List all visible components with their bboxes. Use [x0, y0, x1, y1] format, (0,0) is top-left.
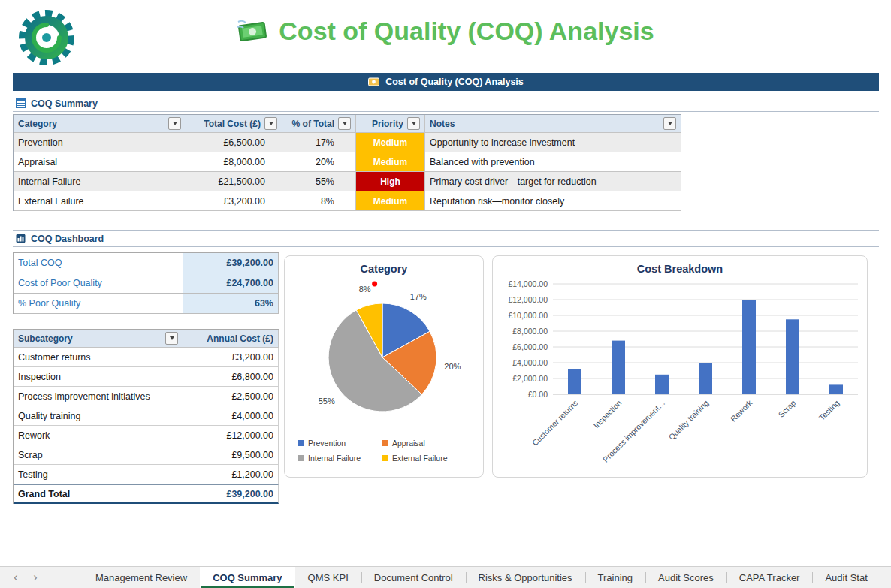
bar [699, 363, 712, 394]
summary-section-header: COQ Summary [13, 95, 879, 112]
pie-chart-card[interactable]: Category 17%20%55%8% PreventionAppraisal… [284, 255, 484, 478]
pie-label-marker-icon [372, 282, 377, 287]
annual-cost-cell[interactable]: £9,500.00 [183, 445, 279, 465]
category-cell[interactable]: Appraisal [14, 152, 186, 172]
category-cell[interactable]: External Failure [14, 191, 186, 211]
notes-cell[interactable]: Reputation risk—monitor closely [425, 191, 681, 211]
legend-label: Internal Failure [308, 454, 361, 463]
bar [655, 375, 669, 394]
metric-label[interactable]: Total COQ [14, 253, 183, 273]
column-header-annual-cost[interactable]: Annual Cost (£) [183, 330, 279, 348]
legend-label: Prevention [308, 439, 346, 448]
filter-dropdown-icon[interactable] [168, 117, 181, 130]
column-label: Category [18, 119, 57, 129]
content-bottom-rule [13, 526, 879, 526]
pie-data-label: 17% [410, 292, 427, 301]
y-axis-tick-label: £4,000.00 [512, 358, 548, 367]
filter-dropdown-icon[interactable] [338, 117, 351, 130]
total-cost-cell[interactable]: £21,500.00 [186, 172, 282, 191]
grand-total-label[interactable]: Grand Total [14, 484, 183, 504]
tab-qms-kpi[interactable]: QMS KPI [295, 567, 361, 588]
legend-item: Prevention [298, 439, 382, 448]
banner-title-text: Cost of Quality (COQ) Analysis [385, 77, 524, 87]
pct-of-total-cell[interactable]: 55% [282, 172, 356, 191]
metric-value[interactable]: 63% [183, 294, 279, 314]
total-cost-cell[interactable]: £8,000.00 [186, 152, 282, 172]
tab-risks-opportunities[interactable]: Risks & Opportunities [466, 567, 585, 588]
priority-badge[interactable]: Medium [356, 133, 425, 152]
money-icon [237, 19, 268, 44]
category-cell[interactable]: Internal Failure [14, 172, 186, 191]
bar-chart-title: Cost Breakdown [493, 263, 867, 275]
tab-capa-tracker[interactable]: CAPA Tracker [726, 567, 813, 588]
subcategory-cell[interactable]: Testing [14, 465, 183, 484]
filter-dropdown-icon[interactable] [407, 117, 420, 130]
filter-dropdown-icon[interactable] [663, 117, 676, 130]
sheet-tab-bar: ‹ › Management Review COQ Summary QMS KP… [0, 566, 891, 588]
metric-value[interactable]: £24,700.00 [183, 273, 279, 294]
legend-label: External Failure [392, 454, 448, 463]
bar [568, 369, 581, 394]
column-label: % of Total [292, 119, 334, 129]
tab-audit-scores[interactable]: Audit Scores [645, 567, 726, 588]
sheet-nav-right-icon[interactable]: › [26, 567, 45, 588]
metric-value[interactable]: £39,200.00 [183, 253, 279, 273]
subcategory-cell[interactable]: Scrap [14, 445, 183, 465]
tab-document-control[interactable]: Document Control [361, 567, 466, 588]
total-cost-cell[interactable]: £6,500.00 [186, 133, 282, 152]
x-axis-category-label: Scrap [777, 398, 798, 419]
subcategory-cell[interactable]: Inspection [14, 367, 183, 387]
tab-management-review[interactable]: Management Review [83, 567, 200, 588]
page-title: Cost of Quality (COQ) Analysis [0, 17, 891, 46]
column-header-notes[interactable]: Notes [425, 115, 681, 133]
total-cost-cell[interactable]: £3,200.00 [186, 191, 282, 211]
category-cell[interactable]: Prevention [14, 133, 186, 152]
annual-cost-cell[interactable]: £12,000.00 [183, 426, 279, 445]
tab-audit-status[interactable]: Audit Stat [812, 567, 880, 588]
column-header-pct-of-total[interactable]: % of Total [282, 115, 356, 133]
subcategory-cell[interactable]: Process improvement initiatives [14, 387, 183, 406]
notes-cell[interactable]: Balanced with prevention [425, 152, 681, 172]
sheet-nav-left-icon[interactable]: ‹ [6, 567, 26, 588]
pct-of-total-cell[interactable]: 8% [282, 191, 356, 211]
bar [742, 300, 756, 394]
bar [612, 341, 625, 394]
annual-cost-cell[interactable]: £6,800.00 [183, 367, 279, 387]
annual-cost-cell[interactable]: £1,200.00 [183, 465, 279, 484]
priority-badge[interactable]: Medium [356, 191, 425, 211]
priority-badge[interactable]: Medium [356, 152, 425, 172]
notes-cell[interactable]: Opportunity to increase investment [425, 133, 681, 152]
metric-label[interactable]: Cost of Poor Quality [14, 273, 183, 294]
summary-section-title: COQ Summary [31, 98, 98, 109]
filter-dropdown-icon[interactable] [264, 117, 277, 130]
column-label: Notes [430, 119, 455, 129]
pct-of-total-cell[interactable]: 20% [282, 152, 356, 172]
metric-label[interactable]: % Poor Quality [14, 294, 183, 314]
grand-total-value[interactable]: £39,200.00 [183, 484, 279, 504]
x-axis-category-label: Inspection [591, 398, 623, 430]
subcategory-cell[interactable]: Customer returns [14, 348, 183, 367]
subcategory-cell[interactable]: Rework [14, 426, 183, 445]
annual-cost-cell[interactable]: £4,000.00 [183, 406, 279, 426]
column-header-priority[interactable]: Priority [356, 115, 425, 133]
annual-cost-cell[interactable]: £2,500.00 [183, 387, 279, 406]
bar-chart-card[interactable]: Cost Breakdown £0.00£2,000.00£4,000.00£6… [492, 255, 868, 478]
tab-coq-summary[interactable]: COQ Summary [200, 567, 294, 588]
x-axis-category-label: Rework [729, 397, 754, 423]
annual-cost-cell[interactable]: £3,200.00 [183, 348, 279, 367]
priority-badge[interactable]: High [356, 172, 425, 191]
notes-cell[interactable]: Primary cost driver—target for reduction [425, 172, 681, 191]
column-header-total-cost[interactable]: Total Cost (£) [186, 115, 282, 133]
coq-summary-table: Category Total Cost (£) % of Total Prior… [13, 114, 681, 211]
column-header-subcategory[interactable]: Subcategory [14, 330, 183, 348]
pct-of-total-cell[interactable]: 17% [282, 133, 356, 152]
legend-label: Appraisal [392, 439, 425, 448]
tab-training[interactable]: Training [585, 567, 645, 588]
bar [829, 384, 843, 394]
subcategory-cell[interactable]: Quality training [14, 406, 183, 426]
filter-dropdown-icon[interactable] [165, 332, 178, 345]
y-axis-tick-label: £2,000.00 [512, 374, 548, 383]
column-header-category[interactable]: Category [14, 115, 186, 133]
bar-chart-svg: £0.00£2,000.00£4,000.00£6,000.00£8,000.0… [493, 276, 867, 473]
pie-chart-title: Category [285, 263, 483, 275]
